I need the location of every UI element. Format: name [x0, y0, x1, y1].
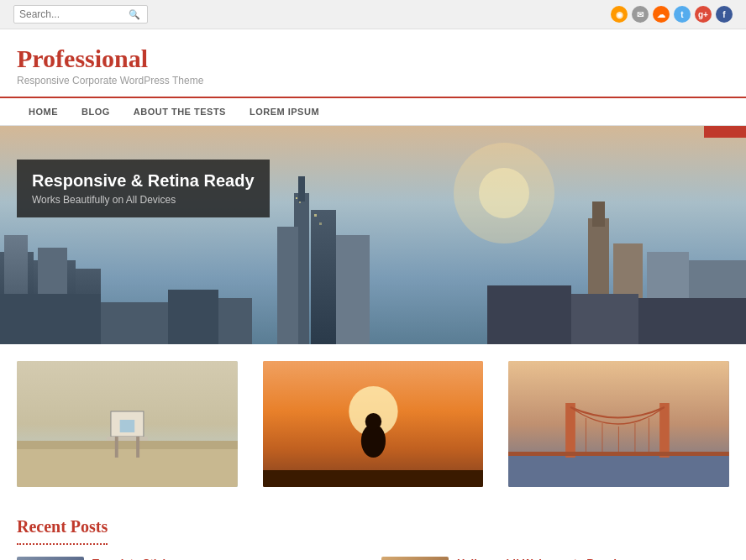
hero-accent — [704, 126, 746, 138]
post-card-1: Template Sticky This is a sticky post. T… — [17, 557, 365, 560]
svg-rect-28 — [319, 222, 322, 225]
svg-rect-20 — [168, 290, 218, 344]
top-bar: 🔍 ◉ ✉ ☁ t g+ f — [0, 0, 746, 29]
gplus-icon[interactable]: g+ — [695, 6, 712, 23]
post-thumb-image-1 — [17, 557, 84, 560]
search-input[interactable] — [19, 8, 129, 20]
svg-rect-43 — [508, 453, 729, 487]
svg-rect-9 — [298, 176, 305, 201]
svg-rect-27 — [314, 214, 317, 217]
svg-rect-23 — [571, 294, 638, 344]
nav-blog[interactable]: BLOG — [70, 98, 122, 125]
rss-icon[interactable]: ◉ — [611, 6, 628, 23]
svg-rect-22 — [487, 285, 571, 344]
post-card-2: Hello world! Welcome to Bose! Welcome to… — [381, 557, 729, 560]
svg-rect-30 — [17, 445, 238, 487]
site-title: Professional — [17, 44, 729, 73]
svg-point-40 — [365, 413, 381, 430]
nav-about[interactable]: ABOUT THE TESTS — [122, 98, 238, 125]
site-header: Professional Responsive Corporate WordPr… — [0, 29, 746, 98]
svg-rect-34 — [115, 437, 118, 458]
svg-rect-44 — [565, 403, 575, 458]
sunset-silhouette-image — [263, 361, 484, 487]
posts-grid: Template Sticky This is a sticky post. T… — [17, 557, 729, 560]
feed-icon[interactable]: ☁ — [653, 6, 670, 23]
post-content-2: Hello world! Welcome to Bose! Welcome to… — [457, 557, 729, 560]
svg-rect-11 — [311, 210, 336, 344]
twitter-icon[interactable]: t — [674, 6, 691, 23]
golden-gate-bridge-image — [508, 361, 729, 487]
post-thumb-2 — [381, 557, 449, 560]
svg-rect-24 — [638, 298, 746, 344]
recent-posts-section: Recent Posts Template Sticky This is a s… — [0, 504, 746, 560]
svg-rect-19 — [101, 302, 168, 344]
svg-rect-35 — [136, 437, 139, 458]
email-icon[interactable]: ✉ — [632, 6, 649, 23]
hero-heading: Responsive & Retina Ready — [32, 171, 255, 191]
nav-lorem[interactable]: LOREM IPSUM — [238, 98, 331, 125]
site-tagline: Responsive Corporate WordPress Theme — [17, 75, 729, 86]
post-content-1: Template Sticky This is a sticky post. T… — [92, 557, 365, 560]
image-grid — [0, 344, 746, 504]
post-title-1[interactable]: Template Sticky — [92, 557, 365, 560]
social-icons-bar: ◉ ✉ ☁ t g+ f — [611, 6, 733, 23]
hero-section: Responsive & Retina Ready Works Beautifu… — [0, 126, 746, 344]
search-icon: 🔍 — [129, 9, 140, 20]
svg-rect-10 — [277, 227, 298, 344]
svg-rect-21 — [218, 298, 252, 344]
main-nav: HOME BLOG ABOUT THE TESTS LOREM IPSUM — [0, 98, 746, 126]
svg-point-2 — [479, 168, 529, 218]
hero-cityscape: Responsive & Retina Ready Works Beautifu… — [0, 126, 746, 344]
svg-rect-36 — [120, 420, 135, 432]
svg-rect-31 — [17, 441, 238, 449]
nav-home[interactable]: HOME — [17, 98, 70, 125]
hero-subtext: Works Beautifully on All Devices — [32, 194, 255, 206]
svg-rect-45 — [659, 403, 670, 458]
search-box[interactable]: 🔍 — [13, 5, 148, 24]
svg-rect-12 — [336, 235, 370, 344]
post-title-2[interactable]: Hello world! Welcome to Bose! — [457, 557, 729, 560]
svg-rect-26 — [299, 201, 301, 203]
skyline-svg — [0, 126, 746, 344]
recent-posts-title: Recent Posts — [17, 517, 108, 545]
svg-rect-18 — [0, 294, 101, 344]
post-thumb-image-2 — [381, 557, 449, 560]
post-thumb-1 — [17, 557, 84, 560]
svg-rect-25 — [296, 197, 297, 199]
facebook-icon[interactable]: f — [716, 6, 733, 23]
svg-rect-41 — [263, 470, 484, 487]
svg-rect-46 — [508, 452, 729, 456]
hero-overlay: Responsive & Retina Ready Works Beautifu… — [17, 160, 270, 217]
beach-lifeguard-image — [17, 361, 238, 487]
svg-rect-14 — [592, 201, 605, 227]
svg-rect-33 — [107, 437, 148, 441]
